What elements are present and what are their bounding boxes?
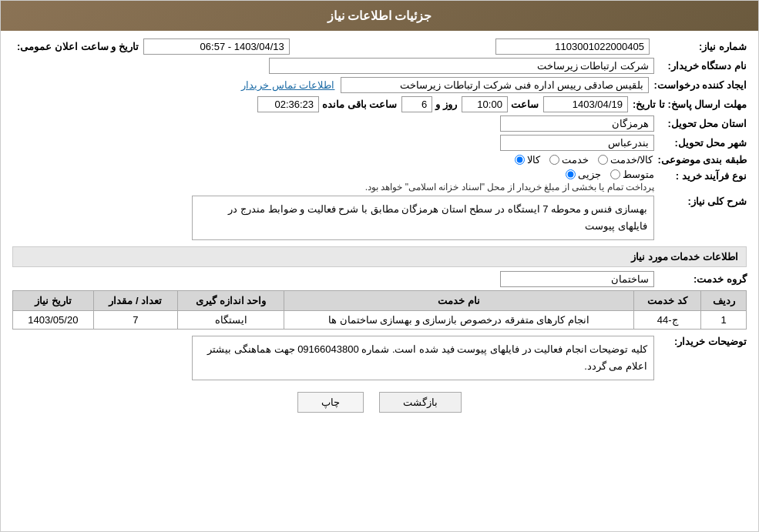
- category-khidmat[interactable]: خدمت: [549, 154, 589, 166]
- process-medium-radio[interactable]: [610, 169, 620, 179]
- page-header: جزئیات اطلاعات نیاز: [1, 1, 758, 31]
- creator-value: بلقیس صادقی رییس اداره فنی شرکت ارتباطات…: [341, 77, 649, 93]
- content-area: شماره نیاز: 1103001022000405 1403/04/13 …: [1, 31, 758, 432]
- buyer-org-label: نام دستگاه خریدار:: [654, 60, 747, 72]
- category-kala-radio[interactable]: [515, 155, 525, 165]
- table-row: 1ج-44انجام کارهای متفرقه درخصوص بازسازی …: [13, 311, 747, 330]
- need-number-value: 1103001022000405: [495, 38, 650, 55]
- services-title: اطلاعات خدمات مورد نیاز: [12, 246, 747, 267]
- print-button[interactable]: چاپ: [297, 392, 364, 413]
- cell-row: 1: [701, 311, 747, 330]
- row-buyer-org: نام دستگاه خریدار: شرکت ارتباطات زیرساخت: [12, 58, 747, 74]
- cell-name: انجام کارهای متفرقه درخصوص بازسازی و بهس…: [284, 311, 634, 330]
- send-days-value: 6: [401, 96, 432, 112]
- category-label: طبقه بندی موضوعی:: [653, 154, 747, 166]
- row-creator: ایجاد کننده درخواست: بلقیس صادقی رییس اد…: [12, 77, 747, 93]
- process-medium[interactable]: متوسط: [610, 169, 654, 180]
- col-date: تاریخ نیاز: [13, 291, 94, 311]
- cell-code: ج-44: [633, 311, 700, 330]
- page-wrapper: جزئیات اطلاعات نیاز شماره نیاز: 11030010…: [0, 0, 759, 532]
- category-kala-khidmat-radio[interactable]: [598, 155, 608, 165]
- services-table: ردیف کد خدمت نام خدمت واحد اندازه گیری ت…: [12, 290, 747, 330]
- category-khidmat-radio[interactable]: [549, 155, 559, 165]
- col-qty: تعداد / مقدار: [93, 291, 177, 311]
- description-label: شرح کلی نیاز:: [654, 196, 747, 207]
- service-group-value: ساختمان: [500, 271, 654, 287]
- service-group-label: گروه خدمت:: [654, 273, 747, 285]
- announce-label: تاریخ و ساعت اعلان عمومی:: [12, 41, 139, 52]
- province-value: هرمزگان: [500, 115, 654, 132]
- process-partial-label: جزیی: [578, 169, 601, 180]
- row-city: شهر محل تحویل: بندرعباس: [12, 135, 747, 151]
- send-time-value: 10:00: [462, 96, 508, 112]
- page-title: جزئیات اطلاعات نیاز: [327, 9, 432, 22]
- process-label: نوع فرآیند خرید :: [654, 169, 747, 182]
- send-date-value: 1403/04/19: [543, 96, 628, 112]
- category-kala-khidmat-label: کالا/خدمت: [610, 154, 653, 166]
- row-service-group: گروه خدمت: ساختمان: [12, 271, 747, 287]
- send-time-label: ساعت: [511, 99, 539, 110]
- send-days-label: روز و: [435, 99, 457, 110]
- need-number-label: شماره نیاز:: [654, 41, 747, 52]
- send-date-label: مهلت ارسال پاسخ: تا تاریخ:: [628, 99, 747, 110]
- process-note: پرداخت تمام یا بخشی از مبلغ خریدار از مح…: [365, 182, 654, 192]
- cell-date: 1403/05/20: [13, 311, 94, 330]
- process-radio-group: متوسط جزیی: [365, 169, 654, 180]
- row-need-number: شماره نیاز: 1103001022000405 1403/04/13 …: [12, 38, 747, 55]
- cell-qty: 7: [93, 311, 177, 330]
- col-name: نام خدمت: [284, 291, 634, 311]
- creator-label: ایجاد کننده درخواست:: [649, 79, 747, 91]
- col-code: کد خدمت: [633, 291, 700, 311]
- city-value: بندرعباس: [500, 135, 654, 151]
- announce-value: 1403/04/13 - 06:57: [143, 38, 290, 55]
- category-khidmat-label: خدمت: [562, 154, 589, 166]
- category-kala[interactable]: کالا: [515, 154, 540, 166]
- col-row: ردیف: [701, 291, 747, 311]
- category-radio-group: کالا/خدمت خدمت کالا: [515, 154, 653, 166]
- process-medium-label: متوسط: [623, 169, 654, 180]
- col-unit: واحد اندازه گیری: [178, 291, 284, 311]
- process-partial-radio[interactable]: [566, 169, 576, 179]
- buyer-notes-value: کلیه توضیحات انجام فعالیت در فایلهای پیو…: [192, 336, 654, 380]
- row-description: شرح کلی نیاز: بهسازی فنس و محوطه 7 ایستگ…: [12, 196, 747, 240]
- send-remaining-value: 02:36:23: [257, 96, 319, 112]
- send-remaining-label: ساعت باقی مانده: [322, 99, 397, 110]
- city-label: شهر محل تحویل:: [654, 137, 747, 149]
- buyer-notes-label: توضیحات خریدار:: [654, 336, 747, 347]
- province-label: استان محل تحویل:: [654, 118, 747, 129]
- cell-unit: ایستگاه: [178, 311, 284, 330]
- process-partial[interactable]: جزیی: [566, 169, 601, 180]
- row-category: طبقه بندی موضوعی: کالا/خدمت خدمت کالا: [12, 154, 747, 166]
- row-send-date: مهلت ارسال پاسخ: تا تاریخ: 1403/04/19 سا…: [12, 96, 747, 112]
- row-process: نوع فرآیند خرید : متوسط جزیی پرداخت تمام…: [12, 169, 747, 192]
- back-button[interactable]: بازگشت: [379, 392, 462, 413]
- row-buyer-notes: توضیحات خریدار: کلیه توضیحات انجام فعالی…: [12, 336, 747, 380]
- creator-link[interactable]: اطلاعات تماس خریدار: [241, 79, 334, 91]
- category-kala-label: کالا: [527, 154, 540, 166]
- buttons-row: بازگشت چاپ: [12, 392, 747, 424]
- row-province: استان محل تحویل: هرمزگان: [12, 115, 747, 132]
- description-value: بهسازی فنس و محوطه 7 ایستگاه در سطح استا…: [192, 196, 654, 240]
- buyer-org-value: شرکت ارتباطات زیرساخت: [269, 58, 654, 74]
- category-kala-khidmat[interactable]: کالا/خدمت: [598, 154, 653, 166]
